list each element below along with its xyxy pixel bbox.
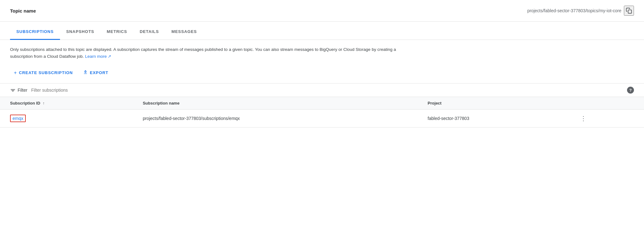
col-header-subscription-id[interactable]: Subscription ID ↑ <box>0 97 133 110</box>
create-icon: + <box>14 70 17 76</box>
export-icon <box>83 70 88 76</box>
topic-value: projects/fabled-sector-377803/topics/my-… <box>46 8 621 13</box>
cell-subscription-name: projects/fabled-sector-377803/subscripti… <box>133 110 418 127</box>
subscriptions-table: Subscription ID ↑ Subscription name Proj… <box>0 97 644 127</box>
cell-more-actions: ⋮ <box>568 110 644 127</box>
more-actions-button[interactable]: ⋮ <box>578 114 589 123</box>
table-header-row: Subscription ID ↑ Subscription name Proj… <box>0 97 644 110</box>
filter-icon-area: Filter <box>10 87 27 93</box>
create-subscription-button[interactable]: + CREATE SUBSCRIPTION <box>10 68 77 78</box>
filter-icon <box>10 87 16 93</box>
filter-bar: Filter ? <box>0 83 644 97</box>
actions-bar: + CREATE SUBSCRIPTION EXPORT <box>0 65 644 83</box>
tab-metrics[interactable]: METRICS <box>101 24 134 40</box>
sort-arrow-icon: ↑ <box>43 101 45 105</box>
copy-button[interactable] <box>624 6 634 16</box>
col-header-subscription-name: Subscription name <box>133 97 418 110</box>
tab-subscriptions[interactable]: SUBSCRIPTIONS <box>10 24 60 40</box>
export-button[interactable]: EXPORT <box>79 67 112 78</box>
cell-subscription-id: emqx <box>0 110 133 127</box>
col-header-actions <box>568 97 644 110</box>
filter-label: Filter <box>18 88 27 93</box>
info-section: Only subscriptions attached to this topi… <box>0 40 644 65</box>
svg-rect-0 <box>628 10 632 14</box>
filter-input[interactable] <box>31 88 623 93</box>
tab-messages[interactable]: MESSAGES <box>165 24 203 40</box>
topic-bar: Topic name projects/fabled-sector-377803… <box>0 0 644 22</box>
tab-details[interactable]: DETAILS <box>134 24 165 40</box>
help-button[interactable]: ? <box>627 87 634 94</box>
subscription-id-link[interactable]: emqx <box>10 115 26 122</box>
topic-label: Topic name <box>10 8 36 14</box>
learn-more-link[interactable]: Learn more ↗ <box>85 54 112 59</box>
info-text: Only subscriptions attached to this topi… <box>10 46 418 60</box>
tabs-bar: SUBSCRIPTIONS SNAPSHOTS METRICS DETAILS … <box>0 24 644 40</box>
cell-project: fabled-sector-377803 <box>418 110 567 127</box>
external-link-icon: ↗ <box>108 54 111 59</box>
col-header-project: Project <box>418 97 567 110</box>
table-row: emqx projects/fabled-sector-377803/subsc… <box>0 110 644 127</box>
tab-snapshots[interactable]: SNAPSHOTS <box>60 24 101 40</box>
